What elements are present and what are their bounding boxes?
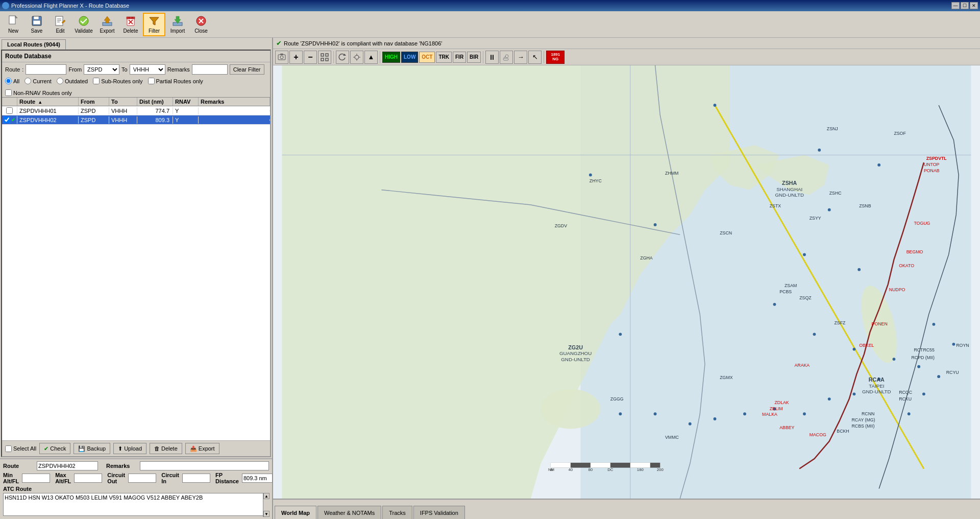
delete-label: Delete <box>124 28 138 34</box>
map-zoom-out-btn[interactable]: − <box>304 51 317 64</box>
radio-current[interactable]: Current <box>24 78 52 84</box>
checkbox-sub-routes-input[interactable] <box>93 78 100 84</box>
svg-text:ZSAM: ZSAM <box>785 283 797 288</box>
map-pointer-btn[interactable]: ↖ <box>528 51 542 64</box>
select-all-checkbox[interactable] <box>5 445 12 452</box>
map-tab-tracks[interactable]: Tracks <box>382 506 412 519</box>
map-rotate-btn[interactable] <box>336 51 349 64</box>
validate-label: Validate <box>75 28 92 34</box>
map-sep3 <box>483 51 483 63</box>
validate-button[interactable]: Validate <box>72 13 95 36</box>
min-alt-input[interactable] <box>22 474 50 483</box>
checkbox-sub-routes[interactable]: Sub-Routes only <box>93 78 142 84</box>
row2-check[interactable]: ✔ <box>2 116 17 124</box>
close-toolbar-button[interactable]: Close <box>190 13 212 36</box>
save-button[interactable]: Save <box>26 13 48 36</box>
map-low-btn[interactable]: LOW <box>401 52 418 63</box>
svg-text:200: 200 <box>657 467 664 472</box>
title-bar-buttons: — ☐ ✕ <box>951 2 978 9</box>
map-tab-weather[interactable]: Weather & NOTAMs <box>317 506 381 519</box>
details-route-input[interactable] <box>37 461 98 470</box>
svg-point-61 <box>932 323 935 326</box>
map-trk-btn[interactable]: TRK <box>436 52 452 63</box>
col-header-remarks[interactable]: Remarks <box>199 98 270 106</box>
close-button[interactable]: ✕ <box>970 2 978 9</box>
row1-check[interactable] <box>2 107 17 114</box>
max-alt-input[interactable] <box>74 474 102 483</box>
map-fir-btn[interactable]: FIR <box>453 52 466 63</box>
col-header-route[interactable]: Route ▲ <box>17 98 79 106</box>
col-header-dist[interactable]: Dist (nm) <box>137 98 173 106</box>
map-area[interactable]: ZSHA SHANGHAI GND-UNLTD ZG2U GUANGZHOU G… <box>273 65 980 499</box>
edit-button[interactable]: Edit <box>49 13 71 36</box>
map-bir-btn[interactable]: BIR <box>467 52 481 63</box>
col-header-from[interactable]: From <box>79 98 109 106</box>
to-filter-select[interactable]: VHHH <box>130 64 165 75</box>
map-pause-btn[interactable]: ⏸ <box>485 51 499 64</box>
radio-all[interactable]: All <box>5 78 19 84</box>
atc-route-textarea[interactable]: HSN11D HSN W13 OKATO M503 LELIM V591 MAG… <box>3 493 269 516</box>
check-button[interactable]: ✔ Check <box>39 443 70 454</box>
radio-all-input[interactable] <box>5 78 12 84</box>
fp-dist-input[interactable] <box>242 474 273 483</box>
col-header-to[interactable]: To <box>109 98 137 106</box>
table-row-selected[interactable]: ✔ ZSPDVHHH02 ZSPD VHHH 809.3 Y <box>2 115 270 125</box>
checkbox-partial-routes-input[interactable] <box>148 78 155 84</box>
map-up-btn[interactable]: ▲ <box>364 51 378 64</box>
svg-rect-129 <box>551 463 571 468</box>
radio-outdated-input[interactable] <box>57 78 63 84</box>
checkbox-non-rnav-input[interactable] <box>5 89 12 96</box>
map-oct-btn[interactable]: OCT <box>419 52 435 63</box>
route-filter-input[interactable] <box>26 64 66 75</box>
route-table[interactable]: ZSPDVHHH01 ZSPD VHHH 774.7 Y ✔ ZSPDVHHH0… <box>2 106 270 440</box>
delete-button[interactable]: Delete <box>119 13 142 36</box>
checkbox-non-rnav[interactable]: Non-RNAV Routes only <box>5 89 72 96</box>
local-routes-tab[interactable]: Local Routes (9044) <box>2 39 66 50</box>
textarea-scrollbar-down[interactable]: ▼ <box>263 511 270 517</box>
min-alt-label: Min Alt/FL <box>3 472 19 484</box>
import-button[interactable]: Import <box>166 13 189 36</box>
backup-button[interactable]: 💾 Backup <box>74 443 110 454</box>
map-tab-world-map[interactable]: World Map <box>275 506 316 519</box>
textarea-scrollbar-up[interactable]: ▲ <box>263 493 270 499</box>
checkbox-partial-routes[interactable]: Partial Routes only <box>148 78 203 84</box>
svg-rect-29 <box>321 54 324 56</box>
import-icon <box>172 15 184 27</box>
map-screenshot-btn[interactable] <box>275 51 288 64</box>
circuit-in-input[interactable] <box>182 474 210 483</box>
select-all-label[interactable]: Select All <box>5 445 36 452</box>
svg-text:TOGUG: TOGUG <box>914 221 930 226</box>
radio-outdated[interactable]: Outdated <box>57 78 88 84</box>
map-danger-btn[interactable]: 1891NG <box>546 51 565 64</box>
clear-filter-button[interactable]: Clear Filter <box>230 64 264 75</box>
col-header-rnav[interactable]: RNAV <box>173 98 199 106</box>
remarks-filter-input[interactable] <box>192 64 228 75</box>
fp-dist-label: FP Distance <box>215 472 239 484</box>
filter-button[interactable]: Filter <box>143 13 165 36</box>
panel-header: Route Database <box>2 51 270 62</box>
map-crosshair-btn[interactable] <box>350 51 363 64</box>
map-nav-btn[interactable]: → <box>514 51 527 64</box>
radio-current-input[interactable] <box>24 78 31 84</box>
map-tab-ifps[interactable]: IFPS Validation <box>413 506 465 519</box>
new-button[interactable]: New <box>2 13 24 36</box>
main-toolbar: New Save Edit Validate Export Delete F <box>0 11 980 38</box>
map-zoom-in-btn[interactable]: + <box>289 51 303 64</box>
row1-checkbox[interactable] <box>6 107 13 114</box>
delete-action-button[interactable]: 🗑 Delete <box>150 443 182 454</box>
export-action-button[interactable]: 📤 Export <box>185 443 219 454</box>
from-filter-select[interactable]: ZSPD <box>84 64 119 75</box>
map-high-btn[interactable]: HIGH <box>382 52 400 63</box>
row2-checkbox[interactable] <box>4 116 10 123</box>
svg-text:RCYU: RCYU <box>946 370 959 375</box>
svg-point-64 <box>922 392 925 395</box>
circuit-out-input[interactable] <box>128 474 156 483</box>
table-row[interactable]: ZSPDVHHH01 ZSPD VHHH 774.7 Y <box>2 106 270 115</box>
upload-button[interactable]: ⬆ Upload <box>113 443 146 454</box>
minimize-button[interactable]: — <box>951 2 960 9</box>
map-weather-btn[interactable] <box>500 51 513 64</box>
details-remarks-input[interactable] <box>140 461 269 470</box>
map-fit-btn[interactable] <box>318 51 331 64</box>
maximize-button[interactable]: ☐ <box>961 2 969 9</box>
export-button[interactable]: Export <box>96 13 118 36</box>
